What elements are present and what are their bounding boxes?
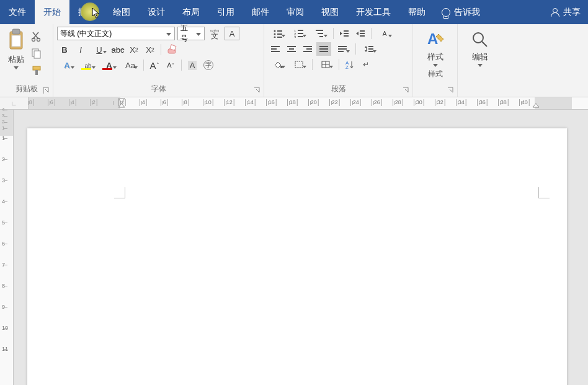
eraser-icon <box>166 44 177 55</box>
tab-home[interactable]: 开始 <box>35 0 69 24</box>
outdent-icon <box>339 29 349 38</box>
svg-point-15 <box>274 37 276 38</box>
horizontal-ruler[interactable]: ∟ │8││6││4││2││2││4││6││8││10││12││14││1… <box>0 97 588 110</box>
share-label: 共享 <box>563 7 581 18</box>
char-border-button[interactable]: A <box>225 27 239 40</box>
text-effects-button[interactable]: A <box>57 58 77 72</box>
char-shading-button[interactable]: A <box>185 58 200 72</box>
svg-point-59 <box>473 33 483 43</box>
font-dialog-launcher[interactable] <box>254 87 261 94</box>
ribbon-tabs: 文件 开始 插入 绘图 设计 布局 引用 邮件 审阅 视图 开发工具 帮助 告诉… <box>0 0 588 24</box>
underline-button[interactable]: U <box>89 43 109 56</box>
change-case-button[interactable]: Aa <box>120 58 140 72</box>
person-icon <box>551 8 559 17</box>
show-marks-button[interactable]: ↵ <box>359 58 373 71</box>
snap-to-grid-button[interactable] <box>316 58 336 71</box>
tab-help[interactable]: 帮助 <box>399 0 434 24</box>
tab-layout[interactable]: 布局 <box>174 0 208 24</box>
paragraph-dialog-launcher[interactable] <box>403 87 410 94</box>
scissors-icon <box>31 30 42 42</box>
strikethrough-button[interactable]: abc <box>110 43 125 56</box>
shading-button[interactable] <box>268 58 288 71</box>
indent-icon <box>355 29 365 38</box>
ribbon: 粘贴 剪贴板 等线 (中文正文) 五号 wén文 A B I U <box>0 24 588 97</box>
tab-developer[interactable]: 开发工具 <box>347 0 399 24</box>
svg-rect-31 <box>360 35 365 37</box>
enclose-char-button[interactable]: 字 <box>201 58 216 72</box>
grow-font-button[interactable]: A˄ <box>147 58 162 72</box>
tab-view[interactable]: 视图 <box>313 0 347 24</box>
styles-label: 样式 <box>427 51 443 63</box>
copy-icon <box>31 48 42 59</box>
italic-button[interactable]: I <box>73 43 88 56</box>
tell-me[interactable]: 告诉我 <box>434 0 488 24</box>
cut-button[interactable] <box>30 29 43 43</box>
font-size-select[interactable]: 五号 <box>177 27 205 40</box>
borders-button[interactable] <box>289 58 309 71</box>
subscript-button[interactable]: X2 <box>127 43 141 56</box>
copy-button[interactable] <box>30 46 43 60</box>
align-right-button[interactable] <box>300 42 315 56</box>
sort-button[interactable]: AZ <box>342 58 357 71</box>
svg-rect-34 <box>271 51 280 52</box>
increase-indent-button[interactable] <box>353 27 368 40</box>
svg-rect-36 <box>289 48 294 50</box>
svg-rect-35 <box>287 46 296 47</box>
group-label-styles: 样式 <box>417 67 453 82</box>
align-left-button[interactable] <box>268 42 283 56</box>
svg-rect-48 <box>368 46 373 47</box>
decrease-indent-button[interactable] <box>337 27 352 40</box>
editing-button[interactable]: 编辑 <box>461 27 499 67</box>
align-distribute-button[interactable] <box>332 42 352 56</box>
tab-file[interactable]: 文件 <box>0 0 35 24</box>
vertical-ruler[interactable]: 43211234567891011 <box>0 110 14 385</box>
paste-button[interactable]: 粘贴 <box>4 27 29 69</box>
font-name-select[interactable]: 等线 (中文正文) <box>57 27 175 40</box>
styles-button[interactable]: A 样式 <box>417 27 453 67</box>
svg-rect-32 <box>271 46 280 47</box>
svg-rect-23 <box>316 30 323 31</box>
phonetic-guide-button[interactable]: wén文 <box>207 27 222 40</box>
group-styles: A 样式 样式 <box>413 24 458 97</box>
margin-corner-tl <box>114 187 125 198</box>
bullets-button[interactable] <box>268 27 288 40</box>
share-button[interactable]: 共享 <box>543 0 588 24</box>
tab-draw[interactable]: 绘图 <box>104 0 139 24</box>
multilevel-list-button[interactable] <box>310 27 330 40</box>
svg-rect-49 <box>368 48 373 50</box>
align-center-button[interactable] <box>284 42 299 56</box>
svg-rect-47 <box>366 48 367 50</box>
numbering-button[interactable]: 123 <box>289 27 309 40</box>
shrink-font-button[interactable]: A˅ <box>163 58 178 72</box>
font-name-value: 等线 (中文正文) <box>60 29 112 39</box>
tab-design[interactable]: 设计 <box>139 0 174 24</box>
highlight-button[interactable]: ab <box>78 58 98 72</box>
clipboard-dialog-launcher[interactable] <box>43 87 50 94</box>
superscript-button[interactable]: X2 <box>143 43 158 56</box>
tab-insert[interactable]: 插入 <box>69 0 104 24</box>
line-spacing-button[interactable] <box>359 42 379 56</box>
page[interactable] <box>27 128 567 385</box>
svg-rect-20 <box>298 33 303 34</box>
styles-dialog-launcher[interactable] <box>447 87 455 94</box>
brush-icon <box>31 65 42 76</box>
svg-rect-28 <box>344 35 349 37</box>
svg-rect-39 <box>306 48 312 50</box>
svg-rect-44 <box>338 46 347 47</box>
text-direction-button[interactable]: A <box>375 27 394 40</box>
editing-label: 编辑 <box>472 51 488 63</box>
clear-formatting-button[interactable] <box>164 43 179 56</box>
tab-review[interactable]: 审阅 <box>278 0 313 24</box>
align-justify-button[interactable] <box>316 42 331 56</box>
font-color-button[interactable]: A <box>99 58 119 72</box>
bold-button[interactable]: B <box>57 43 72 56</box>
tab-mail[interactable]: 邮件 <box>243 0 278 24</box>
format-painter-button[interactable] <box>30 64 43 77</box>
group-label-paragraph: 段落 <box>268 82 409 97</box>
svg-rect-37 <box>287 51 296 52</box>
group-font: 等线 (中文正文) 五号 wén文 A B I U abc X2 X2 A ab… <box>53 24 264 97</box>
svg-rect-45 <box>338 48 347 50</box>
document-area[interactable] <box>14 110 588 385</box>
tab-references[interactable]: 引用 <box>208 0 243 24</box>
svg-rect-24 <box>318 33 323 34</box>
